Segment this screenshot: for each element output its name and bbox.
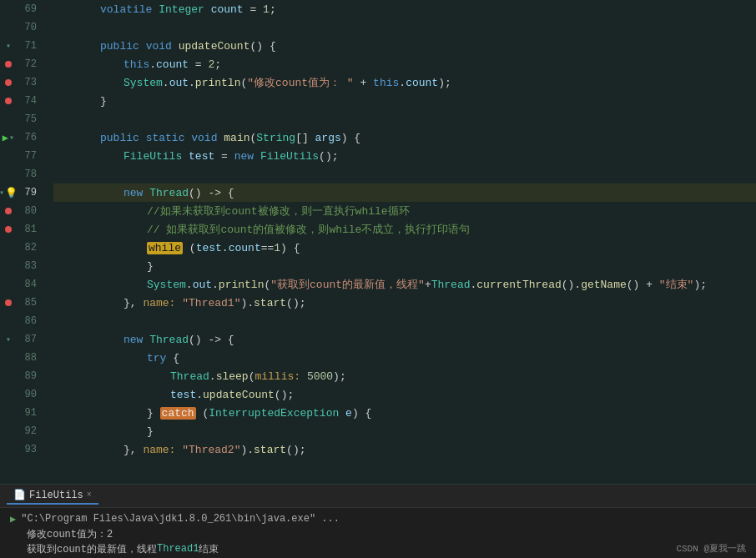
terminal-tab-fileutils[interactable]: 📄 FileUtils × — [7, 487, 98, 505]
line-num-72: 72 — [17, 58, 40, 70]
code-line-86 — [53, 312, 756, 330]
code-line-91: } catch ( InterruptedException e ) { — [53, 404, 756, 422]
code-line-76: public static void main ( String [] args… — [53, 128, 756, 147]
fold-icon-71[interactable]: ▾ — [6, 41, 11, 51]
code-line-87: new Thread () -> { — [53, 330, 756, 349]
terminal-arrow-0: ▶ — [10, 513, 16, 525]
terminal-text-2-prefix: 获取到count的最新值，线程 — [27, 542, 157, 556]
line-num-76: 76 — [17, 132, 40, 143]
line-num-74: 74 — [17, 95, 40, 107]
breakpoint-85[interactable] — [5, 299, 12, 306]
terminal-line-1: 修改count值为：2 — [10, 526, 746, 541]
run-icon-76[interactable]: ▶ — [3, 132, 8, 144]
line-num-81: 81 — [17, 224, 40, 235]
code-line-77: FileUtils test = new FileUtils (); — [53, 147, 756, 165]
code-line-92: } — [53, 422, 756, 440]
code-line-73: System . out . println ( "修改count值为： " +… — [53, 73, 756, 92]
code-line-72: this . count = 2 ; — [53, 55, 756, 73]
line-num-75: 75 — [17, 113, 40, 125]
terminal-tabs: 📄 FileUtils × — [0, 485, 756, 508]
terminal-content: ▶ "C:\Program Files\Java\jdk1.8.0_261\bi… — [0, 508, 756, 558]
code-line-71: public void updateCount () { — [53, 37, 756, 55]
breakpoint-73[interactable] — [5, 79, 12, 86]
code-line-78 — [53, 165, 756, 183]
breakpoint-72[interactable] — [5, 61, 12, 68]
code-line-88: try { — [53, 349, 756, 367]
code-line-79: new Thread () -> { — [53, 183, 756, 202]
terminal-tab-label: FileUtils — [29, 490, 83, 501]
terminal-text-2-thread: Thread1 — [157, 543, 199, 555]
line-num-84: 84 — [17, 279, 40, 290]
fold-icon-87[interactable]: ▾ — [6, 334, 11, 344]
line-num-71: 71 — [17, 40, 40, 52]
line-num-86: 86 — [17, 315, 40, 327]
terminal-area: 📄 FileUtils × ▶ "C:\Program Files\Java\j… — [0, 484, 756, 558]
terminal-line-2: 获取到count的最新值，线程 Thread1 结束 — [10, 541, 746, 556]
code-line-83: } — [53, 257, 756, 275]
breakpoint-74[interactable] — [5, 98, 12, 104]
terminal-text-1: 修改count值为：2 — [27, 527, 113, 541]
line-num-79: 79 — [17, 187, 40, 199]
code-line-85: }, name: "Thread1" ). start (); — [53, 294, 756, 312]
breakpoint-80[interactable] — [5, 208, 12, 214]
line-num-91: 91 — [17, 407, 40, 419]
fold-icon-79[interactable]: ▾ — [0, 188, 4, 198]
line-num-82: 82 — [17, 242, 40, 254]
code-line-81: // 如果获取到count的值被修改，则while不成立，执行打印语句 — [53, 220, 756, 239]
line-num-83: 83 — [17, 260, 40, 272]
code-line-80: //如果未获取到count被修改，则一直执行while循环 — [53, 202, 756, 220]
line-num-73: 73 — [17, 77, 40, 88]
code-line-89: Thread . sleep ( millis: 5000 ); — [53, 367, 756, 385]
code-line-90: test . updateCount (); — [53, 385, 756, 404]
line-num-88: 88 — [17, 352, 40, 364]
line-num-77: 77 — [17, 150, 40, 162]
terminal-tab-close[interactable]: × — [87, 490, 92, 500]
line-num-85: 85 — [17, 297, 40, 309]
line-num-80: 80 — [17, 205, 40, 217]
code-line-82: while ( test . count == 1 ) { — [53, 239, 756, 257]
line-num-93: 93 — [17, 444, 40, 455]
line-num-92: 92 — [17, 425, 40, 437]
breakpoint-81[interactable] — [5, 226, 12, 233]
line-num-89: 89 — [17, 370, 40, 382]
terminal-line-0: ▶ "C:\Program Files\Java\jdk1.8.0_261\bi… — [10, 511, 746, 526]
code-line-69: volatile Integer count = 1 ; — [53, 0, 756, 18]
line-num-69: 69 — [17, 3, 40, 15]
code-line-84: System . out . println ( "获取到count的最新值，线… — [53, 275, 756, 294]
line-gutter: 69 70 ▾ 71 72 73 — [0, 0, 50, 484]
code-line-75 — [53, 110, 756, 128]
terminal-branding: CSDN @夏我一跳 — [676, 542, 746, 555]
line-num-87: 87 — [17, 334, 40, 345]
code-line-70 — [53, 18, 756, 37]
terminal-text-2-suffix: 结束 — [199, 542, 219, 556]
code-line-74: } — [53, 92, 756, 110]
line-num-70: 70 — [17, 22, 40, 33]
line-num-78: 78 — [17, 168, 40, 180]
code-editor: 69 70 ▾ 71 72 73 — [0, 0, 756, 484]
line-num-90: 90 — [17, 389, 40, 400]
fold-icon-76[interactable]: ▾ — [9, 133, 14, 143]
bulb-icon-79[interactable]: 💡 — [5, 187, 18, 199]
code-line-93: }, name: "Thread2" ). start (); — [53, 440, 756, 459]
code-content: volatile Integer count = 1 ; public void… — [50, 0, 756, 484]
terminal-text-0: "C:\Program Files\Java\jdk1.8.0_261\bin\… — [21, 513, 340, 525]
